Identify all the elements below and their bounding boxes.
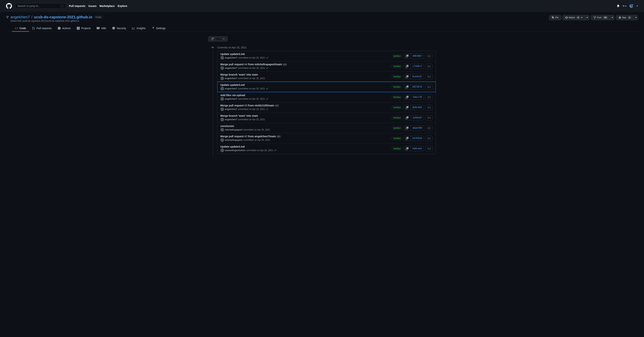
author-avatar[interactable] bbox=[220, 56, 224, 60]
commit-sha-link[interactable]: 8d73b7d bbox=[410, 84, 424, 89]
status-check-icon[interactable] bbox=[266, 87, 269, 90]
status-check-icon[interactable] bbox=[266, 56, 269, 60]
tab-actions[interactable]: Actions bbox=[55, 25, 74, 32]
verified-badge[interactable]: Verified bbox=[392, 106, 402, 109]
copy-sha-button[interactable] bbox=[404, 64, 410, 69]
author-avatar[interactable] bbox=[220, 107, 224, 111]
watch-button[interactable]: Watch 0 bbox=[562, 15, 585, 20]
bell-icon[interactable] bbox=[616, 4, 620, 7]
commit-sha-link[interactable]: a6ae398 bbox=[410, 126, 424, 131]
author-link[interactable]: mitchellrapaport bbox=[225, 128, 242, 131]
browse-code-button[interactable] bbox=[426, 95, 433, 100]
status-check-icon[interactable] bbox=[274, 149, 277, 152]
pr-link[interactable]: #3 bbox=[244, 104, 247, 107]
commit-sha-link[interactable]: 6ce41d1 bbox=[410, 74, 424, 79]
verified-badge[interactable]: Verified bbox=[392, 127, 402, 130]
repo-name-link[interactable]: ucsb-ds-capstone-2021.github.io bbox=[34, 15, 92, 19]
nav-marketplace[interactable]: Marketplace bbox=[100, 4, 115, 7]
status-check-icon[interactable] bbox=[266, 66, 269, 70]
verified-badge[interactable]: Verified bbox=[392, 55, 402, 58]
commit-sha-link[interactable]: 850c494 bbox=[410, 105, 424, 110]
author-link[interactable]: mitchellrapaport bbox=[225, 139, 242, 141]
commit-title-link[interactable]: conclusion bbox=[220, 125, 234, 128]
copy-sha-button[interactable] bbox=[404, 146, 410, 151]
status-check-icon[interactable] bbox=[266, 107, 269, 111]
commit-sha-link[interactable]: 0a9ce4e bbox=[410, 146, 424, 151]
commit-title-link[interactable]: Merge pull request bbox=[220, 63, 244, 66]
status-check-icon[interactable] bbox=[266, 97, 269, 101]
nav-pull-requests[interactable]: Pull requests bbox=[69, 4, 85, 7]
commit-title-link[interactable]: Update update3.md bbox=[220, 52, 245, 55]
verified-badge[interactable]: Verified bbox=[392, 96, 402, 99]
author-avatar[interactable] bbox=[220, 97, 224, 101]
author-link[interactable]: samanthajsolomon bbox=[225, 149, 245, 152]
fork-dropdown[interactable] bbox=[610, 15, 614, 20]
forked-from-link[interactable]: ucsb-ds-capstone-2021/ucsb-ds-capstone-2… bbox=[22, 20, 79, 22]
author-avatar[interactable] bbox=[220, 87, 224, 90]
verified-badge[interactable]: Verified bbox=[392, 75, 402, 78]
nav-issues[interactable]: Issues bbox=[88, 4, 96, 7]
author-avatar[interactable] bbox=[220, 66, 224, 70]
copy-sha-button[interactable] bbox=[404, 115, 410, 120]
branch-select-button[interactable]: main bbox=[208, 36, 228, 41]
browse-code-button[interactable] bbox=[426, 64, 433, 69]
commit-sha-link[interactable]: 7e6ccf6 bbox=[410, 95, 424, 100]
commit-title-link[interactable]: Merge branch 'main' into main bbox=[220, 114, 258, 117]
copy-sha-button[interactable] bbox=[404, 74, 410, 79]
commit-title-link[interactable]: Add files via upload bbox=[220, 94, 245, 97]
verified-badge[interactable]: Verified bbox=[392, 116, 402, 119]
pin-button[interactable]: Pin bbox=[549, 15, 561, 20]
fork-button[interactable]: Fork 39 bbox=[591, 15, 610, 20]
watch-dropdown[interactable] bbox=[585, 15, 589, 20]
tab-settings[interactable]: Settings bbox=[149, 25, 169, 32]
repo-owner-link[interactable]: angelchen7 bbox=[10, 15, 30, 19]
tab-security[interactable]: Security bbox=[109, 25, 129, 32]
browse-code-button[interactable] bbox=[426, 146, 433, 151]
browse-code-button[interactable] bbox=[426, 136, 433, 141]
star-button[interactable]: Star 0 bbox=[616, 15, 634, 20]
browse-code-button[interactable] bbox=[426, 125, 433, 131]
commit-title-link[interactable]: from mitchellrapaport/main bbox=[248, 63, 282, 66]
browse-code-button[interactable] bbox=[426, 53, 433, 59]
verified-badge[interactable]: Verified bbox=[392, 137, 402, 140]
browse-code-button[interactable] bbox=[426, 74, 433, 79]
verified-badge[interactable]: Verified bbox=[392, 147, 402, 150]
search-input[interactable]: Search or jump to… / bbox=[15, 3, 66, 9]
browse-code-button[interactable] bbox=[426, 105, 433, 110]
user-menu-caret[interactable] bbox=[636, 5, 638, 6]
author-link[interactable]: angelchen7 bbox=[225, 87, 237, 90]
github-logo-icon[interactable] bbox=[6, 3, 12, 9]
add-menu[interactable]: + bbox=[622, 4, 626, 8]
pr-link[interactable]: #2 bbox=[244, 135, 247, 138]
copy-sha-button[interactable] bbox=[404, 136, 410, 141]
verified-badge[interactable]: Verified bbox=[392, 85, 402, 88]
author-link[interactable]: angelchen7 bbox=[225, 98, 237, 100]
commit-sha-link[interactable]: 1e58a47 bbox=[410, 115, 424, 120]
author-avatar[interactable] bbox=[220, 76, 224, 80]
author-avatar[interactable] bbox=[220, 138, 224, 142]
commit-sha-link[interactable]: c7106cf bbox=[410, 64, 424, 69]
commit-title-link[interactable]: Update update3.md bbox=[220, 83, 245, 86]
author-avatar[interactable] bbox=[220, 118, 224, 121]
author-link[interactable]: angelchen7 bbox=[225, 56, 237, 59]
ellipsis-button[interactable]: … bbox=[276, 135, 281, 138]
commit-title-link[interactable]: Merge pull request bbox=[220, 104, 244, 107]
copy-sha-button[interactable] bbox=[404, 126, 410, 131]
pr-link[interactable]: #4 bbox=[244, 63, 247, 66]
tab-pull-requests[interactable]: Pull requests bbox=[29, 25, 55, 32]
tab-code[interactable]: Code bbox=[12, 25, 29, 32]
tab-insights[interactable]: Insights bbox=[129, 25, 148, 32]
copy-sha-button[interactable] bbox=[404, 105, 410, 110]
ellipsis-button[interactable]: … bbox=[283, 63, 287, 66]
commit-title-link[interactable]: Merge pull request bbox=[220, 135, 244, 138]
copy-sha-button[interactable] bbox=[404, 95, 410, 100]
commit-sha-link[interactable]: be70434 bbox=[410, 136, 424, 141]
commit-title-link[interactable]: from angelchen7/main bbox=[248, 135, 276, 138]
verified-badge[interactable]: Verified bbox=[392, 65, 402, 68]
copy-sha-button[interactable] bbox=[404, 54, 410, 58]
author-avatar[interactable] bbox=[220, 128, 224, 132]
commit-title-link[interactable]: Merge branch 'main' into main bbox=[220, 73, 258, 76]
browse-code-button[interactable] bbox=[426, 115, 433, 120]
tab-projects[interactable]: Projects bbox=[74, 25, 94, 32]
tab-wiki[interactable]: Wiki bbox=[94, 25, 109, 32]
